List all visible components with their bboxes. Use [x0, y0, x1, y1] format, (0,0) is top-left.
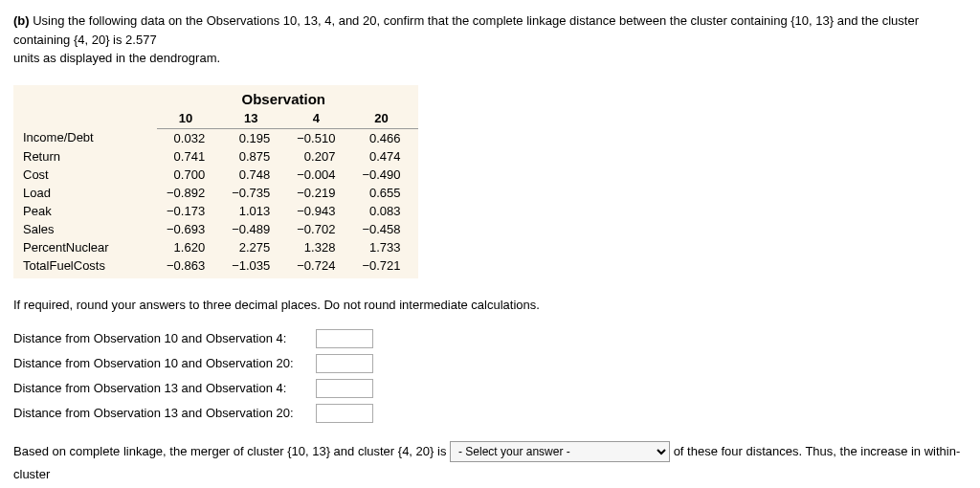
rounding-instruction: If required, round your answers to three…: [13, 298, 967, 312]
row-label: PercentNuclear: [13, 238, 157, 256]
data-cell: 0.655: [352, 184, 417, 202]
data-cell: 0.748: [222, 166, 287, 184]
distance-answer-line: Distance from Observation 13 and Observa…: [13, 379, 967, 398]
row-label: Return: [13, 147, 157, 166]
row-label: Sales: [13, 220, 157, 238]
distance-prompt-label: Distance from Observation 10 and Observa…: [13, 356, 310, 370]
distance-prompt-label: Distance from Observation 10 and Observa…: [13, 331, 310, 345]
col-header: 13: [222, 109, 287, 129]
data-cell: 1.328: [287, 238, 352, 256]
data-cell: −0.702: [287, 220, 352, 238]
table-row: Income/Debt0.0320.195−0.5100.466: [13, 128, 418, 147]
data-cell: −0.721: [352, 256, 417, 278]
col-header: 20: [352, 109, 417, 129]
distance-prompt-label: Distance from Observation 13 and Observa…: [13, 406, 310, 420]
table-row: Load−0.892−0.735−0.2190.655: [13, 184, 418, 202]
distance-answer-input[interactable]: [316, 404, 373, 423]
distance-answer-line: Distance from Observation 10 and Observa…: [13, 354, 967, 373]
distance-answer-input[interactable]: [316, 329, 373, 348]
col-header: 4: [287, 109, 352, 129]
data-cell: −0.943: [287, 202, 352, 220]
data-cell: 0.474: [352, 147, 417, 166]
conclusion-seg-1: Based on complete linkage, the merger of…: [13, 444, 450, 458]
data-cell: 1.620: [157, 238, 222, 256]
table-row: Peak−0.1731.013−0.9430.083: [13, 202, 418, 220]
data-cell: 1.733: [352, 238, 417, 256]
col-header: 10: [157, 109, 222, 129]
data-cell: −0.219: [287, 184, 352, 202]
data-cell: −0.510: [287, 128, 352, 147]
data-cell: −0.458: [352, 220, 417, 238]
data-cell: 0.195: [222, 128, 287, 147]
row-label: Cost: [13, 166, 157, 184]
data-cell: 1.013: [222, 202, 287, 220]
distance-prompt-label: Distance from Observation 13 and Observa…: [13, 381, 310, 395]
distance-answers-block: Distance from Observation 10 and Observa…: [13, 329, 967, 423]
data-cell: −0.490: [352, 166, 417, 184]
question-line-1: Using the following data on the Observat…: [13, 13, 919, 47]
row-label: Income/Debt: [13, 128, 157, 147]
table-row: Cost0.7000.748−0.004−0.490: [13, 166, 418, 184]
row-label: Peak: [13, 202, 157, 220]
distance-answer-input[interactable]: [316, 379, 373, 398]
question-line-2: units as displayed in the dendrogram.: [13, 51, 220, 65]
data-cell: −0.735: [222, 184, 287, 202]
observation-data-table: Observation 10 13 4 20 Income/Debt0.0320…: [13, 85, 418, 278]
data-cell: 0.207: [287, 147, 352, 166]
data-cell: −0.489: [222, 220, 287, 238]
data-cell: −0.863: [157, 256, 222, 278]
data-cell: −0.004: [287, 166, 352, 184]
data-cell: 2.275: [222, 238, 287, 256]
data-cell: −0.173: [157, 202, 222, 220]
data-cell: 0.083: [352, 202, 417, 220]
linkage-type-select[interactable]: - Select your answer -: [450, 441, 670, 462]
distance-answer-input[interactable]: [316, 354, 373, 373]
data-cell: −0.693: [157, 220, 222, 238]
data-cell: 0.875: [222, 147, 287, 166]
table-row: TotalFuelCosts−0.863−1.035−0.724−0.721: [13, 256, 418, 278]
data-table-container: Observation 10 13 4 20 Income/Debt0.0320…: [13, 85, 967, 278]
conclusion-sentence: Based on complete linkage, the merger of…: [13, 440, 967, 489]
data-cell: −1.035: [222, 256, 287, 278]
question-prompt: (b) Using the following data on the Obse…: [13, 11, 967, 68]
data-cell: 0.032: [157, 128, 222, 147]
table-row: Sales−0.693−0.489−0.702−0.458: [13, 220, 418, 238]
row-label: Load: [13, 184, 157, 202]
data-cell: 0.741: [157, 147, 222, 166]
table-row: Return0.7410.8750.2070.474: [13, 147, 418, 166]
distance-answer-line: Distance from Observation 13 and Observa…: [13, 404, 967, 423]
data-cell: −0.724: [287, 256, 352, 278]
data-cell: −0.892: [157, 184, 222, 202]
data-cell: 0.466: [352, 128, 417, 147]
table-group-header: Observation: [157, 85, 418, 109]
table-row: PercentNuclear1.6202.2751.3281.733: [13, 238, 418, 256]
row-label: TotalFuelCosts: [13, 256, 157, 278]
data-cell: 0.700: [157, 166, 222, 184]
distance-answer-line: Distance from Observation 10 and Observa…: [13, 329, 967, 348]
part-label: (b): [13, 13, 30, 28]
